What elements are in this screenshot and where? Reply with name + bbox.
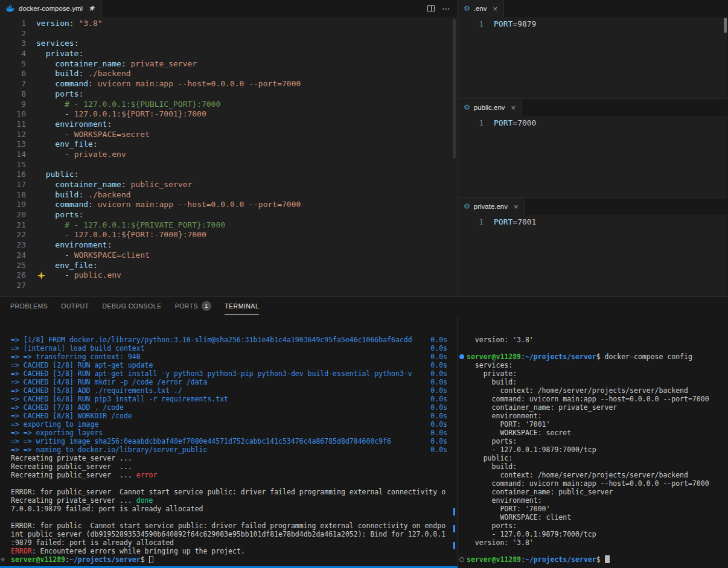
panel-tab-output[interactable]: OUTPUT	[61, 297, 89, 315]
terminal-left[interactable]: => [1/8] FROM docker.io/library/python:3…	[0, 315, 458, 568]
tab-public.env[interactable]: ⚙public.env×	[458, 99, 522, 116]
panel-tab-label: DEBUG CONSOLE	[103, 302, 162, 310]
panel-tab-label: TERMINAL	[225, 302, 259, 310]
terminal-line: => CACHED [6/8] RUN pip3 install -r requ…	[0, 395, 457, 403]
main-editor[interactable]: 1version: "3.8"23services:4 private:5 co…	[0, 17, 457, 296]
build-step-duration: 0.0s	[430, 420, 447, 429]
line-number: 27	[0, 281, 26, 291]
terminal-line: int public_server (db91952893534590b6408…	[0, 530, 457, 538]
scrollbar-thumb[interactable]	[724, 18, 727, 33]
terminal-scroll-decoration	[453, 508, 455, 515]
scrollbar-thumb[interactable]	[453, 19, 456, 158]
editor-.env[interactable]: 1PORT=9879	[458, 17, 727, 98]
panel-tab-label: OUTPUT	[61, 302, 89, 310]
more-actions-icon[interactable]: ⋯	[442, 4, 451, 13]
terminal-cursor	[605, 555, 610, 563]
terminal-line: => CACHED [3/8] RUN apt-get install -y p…	[0, 369, 457, 378]
code-line[interactable]: 1PORT=7000	[458, 118, 727, 129]
tab-docker-compose-yml[interactable]: docker-compose.yml	[0, 0, 102, 17]
code-line[interactable]: 26 - public.env	[0, 270, 457, 281]
line-number: 1	[458, 118, 484, 129]
code-line[interactable]: 5 container_name: private_server	[0, 59, 457, 69]
terminal-text: :9879 failed: port is already allocated	[11, 538, 174, 547]
code-token: :	[78, 49, 83, 58]
inline-suggestion-sparkle-icon[interactable]	[37, 272, 45, 281]
panel-tab-ports[interactable]: PORTS1	[175, 297, 211, 315]
code-token: :	[88, 200, 98, 209]
code-line[interactable]: 10 - 127.0.0.1:${PORT:-7001}:7000	[0, 109, 457, 120]
tab-private.env[interactable]: ⚙private.env×	[458, 198, 525, 215]
code-token: :	[121, 59, 131, 68]
terminal-text: => CACHED [4/8] RUN mkdir -p /code /erro…	[11, 378, 207, 386]
code-line[interactable]: 9 # - 127.0.0.1:${PUBLIC_PORT}:7000	[0, 100, 457, 110]
terminal-line: 7.0.0.1:9879 failed: port is already all…	[0, 505, 457, 513]
code-token: public.env	[74, 270, 121, 279]
code-line[interactable]: 3services:	[0, 39, 457, 49]
line-number: 22	[0, 230, 26, 240]
terminal-line: => CACHED [4/8] RUN mkdir -p /code /erro…	[0, 378, 457, 386]
code-line[interactable]: 14 - private.env	[0, 150, 457, 160]
terminal-text: version: '3.8'	[467, 538, 534, 547]
line-number: 16	[0, 170, 26, 180]
code-line[interactable]: 21 # - 127.0.0.1:${PRIVATE_PORT}:7000	[0, 220, 457, 231]
code-line[interactable]: 4 private:	[0, 49, 457, 59]
terminal-text: Recreating public_server ...	[11, 471, 136, 479]
code-line[interactable]: 7 command: uvicorn main:app --host=0.0.0…	[0, 79, 457, 89]
line-number: 18	[0, 190, 26, 200]
code-line[interactable]: 12 - WORKSPACE=secret	[0, 130, 457, 140]
panel-tab-terminal[interactable]: TERMINAL	[225, 297, 259, 315]
command-decoration-icon[interactable]	[459, 557, 464, 562]
code-line[interactable]: 27	[0, 281, 457, 291]
terminal-line	[0, 513, 457, 522]
code-line[interactable]: 1PORT=7001	[458, 217, 727, 228]
code-line[interactable]: 24 - WORKSPACE=client	[0, 250, 457, 261]
code-line[interactable]: 17 container_name: public_server	[0, 180, 457, 190]
terminal-text: context: /home/server/projects/server/ba…	[467, 386, 688, 395]
code-line[interactable]: 20 ports:	[0, 210, 457, 220]
close-icon[interactable]: ×	[514, 203, 519, 211]
code-token: private.env	[74, 150, 126, 159]
code-line[interactable]: 18 build: ./backend	[0, 190, 457, 200]
code-line[interactable]: 22 - 127.0.0.1:${PORT:-7000}:7000	[0, 230, 457, 240]
code-token: 127.0.0.1:${PORT:-7001}:7000	[74, 109, 206, 118]
terminal-line: => CACHED [7/8] ADD . /code0.0s	[0, 403, 457, 412]
editor-private.env[interactable]: 1PORT=7001	[458, 215, 727, 296]
code-token	[36, 261, 55, 270]
build-step-duration: 0.0s	[430, 395, 447, 403]
tab-.env[interactable]: ⚙.env×	[458, 0, 504, 17]
code-line[interactable]: 6 build: ./backend	[0, 69, 457, 79]
panel-tab-problems[interactable]: PROBLEMS	[10, 297, 48, 315]
code-token	[36, 100, 65, 109]
terminal-text: ERROR: for public_server Cannot start se…	[11, 488, 445, 496]
code-line[interactable]: 2	[0, 29, 457, 39]
code-line[interactable]: 19 command: uvicorn main:app --host=0.0.…	[0, 200, 457, 210]
code-line[interactable]: 16 public:	[0, 170, 457, 180]
terminal-line: environment:	[458, 412, 727, 420]
editor-public.env[interactable]: 1PORT=7000	[458, 116, 727, 197]
code-line[interactable]: 1PORT=9879	[458, 19, 727, 30]
panel-tab-debug-console[interactable]: DEBUG CONSOLE	[103, 297, 162, 315]
pin-icon[interactable]	[89, 5, 95, 12]
close-icon[interactable]: ×	[511, 104, 516, 112]
terminal-line: ERROR: for public Cannot start service p…	[0, 522, 457, 530]
env-file-icon: ⚙	[464, 103, 470, 112]
code-token: :	[107, 240, 112, 249]
code-line[interactable]: 13 env_file:	[0, 139, 457, 150]
terminal-right[interactable]: version: '3.8'server@v11289:~/projects/s…	[458, 315, 727, 568]
close-icon[interactable]: ×	[493, 5, 498, 13]
code-line[interactable]: 25 env_file:	[0, 261, 457, 271]
terminal-line: container_name: private_server	[458, 403, 727, 412]
code-token: uvicorn main:app --host=0.0.0.0 --port=7…	[98, 79, 301, 88]
line-number: 13	[0, 139, 26, 150]
terminal-text: => CACHED [5/8] ADD ./requirements.txt .…	[11, 386, 182, 395]
command-decoration-icon[interactable]	[459, 354, 464, 359]
code-token: WORKSPACE=secret	[74, 130, 150, 139]
command-decoration-gear-icon[interactable]: ⚙	[1, 556, 5, 563]
code-line[interactable]: 23 environment:	[0, 240, 457, 250]
terminal-line: ERROR: Encountered errors while bringing…	[0, 547, 457, 555]
code-line[interactable]: 11 environment:	[0, 120, 457, 130]
code-line[interactable]: 8 ports:	[0, 89, 457, 100]
code-line[interactable]: 1version: "3.8"	[0, 19, 457, 29]
code-line[interactable]: 15	[0, 160, 457, 170]
split-editor-icon[interactable]	[427, 5, 435, 11]
